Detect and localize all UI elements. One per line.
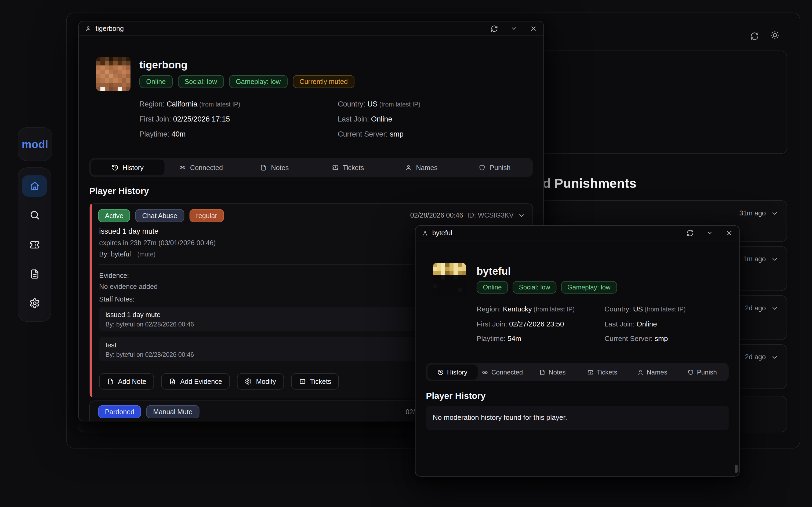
chevron-down-icon[interactable] — [771, 256, 778, 263]
time-ago-label: 1m ago — [743, 255, 766, 263]
refresh-icon[interactable] — [686, 229, 694, 236]
add-evidence-button[interactable]: Add Evidence — [161, 374, 230, 390]
chevron-down-icon[interactable] — [771, 304, 778, 312]
severity-chip: regular — [189, 209, 224, 222]
person-icon — [637, 369, 643, 375]
ticket-icon — [588, 369, 594, 375]
player-badges: Online Social: low Gameplay: low — [476, 281, 617, 294]
chevron-down-icon[interactable] — [510, 25, 517, 32]
info-last-join: Last Join: Online — [604, 320, 657, 328]
player-badges: Online Social: low Gameplay: low Current… — [139, 75, 354, 88]
section-title: Player History — [89, 186, 149, 196]
close-icon[interactable] — [725, 229, 733, 236]
person-icon — [85, 25, 91, 32]
person-icon — [405, 164, 412, 171]
info-current-server: Current Server: smp — [604, 335, 668, 343]
status-badge: Online — [139, 75, 173, 88]
social-badge: Social: low — [178, 75, 224, 88]
file-icon — [107, 378, 114, 385]
tab-connected[interactable]: Connected — [164, 160, 238, 175]
file-icon — [539, 369, 545, 375]
chevron-down-icon[interactable] — [706, 229, 713, 236]
modl-logo-text: modl — [22, 138, 48, 151]
status-badge: Online — [476, 281, 508, 294]
sidebar-item-settings[interactable] — [22, 292, 47, 314]
tab-tickets[interactable]: Tickets — [311, 160, 385, 175]
tab-history[interactable]: History — [427, 364, 477, 380]
punishment-badges: Pardoned Manual Mute — [98, 405, 199, 418]
tickets-button[interactable]: Tickets — [291, 374, 339, 390]
info-region: Region: Kentucky (from latest IP) — [476, 305, 575, 313]
player-tabs: History Connected Notes Tickets Names Pu… — [89, 158, 533, 177]
section-title: Player History — [426, 391, 486, 402]
tab-punish[interactable]: Punish — [677, 364, 727, 380]
tab-names[interactable]: Names — [627, 364, 677, 380]
info-playtime: Playtime: 54m — [476, 335, 521, 343]
app-root: modl Issued Punishments 31m ago 1m ago 2… — [0, 0, 812, 507]
shield-icon — [688, 369, 694, 375]
chevron-down-icon[interactable] — [518, 211, 525, 219]
ticket-icon — [299, 378, 306, 385]
search-icon — [29, 210, 40, 221]
empty-history-message: No moderation history found for this pla… — [426, 406, 729, 430]
info-current-server: Current Server: smp — [338, 130, 404, 138]
staff-notes-label: Staff Notes: — [99, 295, 135, 303]
info-first-join: First Join: 02/27/2026 23:50 — [476, 320, 564, 328]
tab-connected[interactable]: Connected — [477, 364, 527, 380]
refresh-icon[interactable] — [491, 25, 498, 32]
player-tabs: History Connected Notes Tickets Names Pu… — [426, 363, 729, 381]
avatar — [96, 57, 131, 91]
info-country: Country: US (from latest IP) — [338, 100, 420, 108]
active-chip: Active — [98, 209, 130, 222]
sidebar-item-search[interactable] — [22, 205, 47, 226]
chevron-down-icon[interactable] — [771, 353, 778, 360]
ticket-icon — [332, 164, 338, 171]
ticket-icon — [29, 239, 40, 250]
gameplay-badge: Gameplay: low — [229, 75, 288, 88]
tab-tickets[interactable]: Tickets — [577, 364, 627, 380]
link-icon — [179, 164, 186, 171]
time-ago-label: 2d ago — [745, 353, 766, 361]
punishment-date: 02/28/2026 00:46 — [410, 211, 463, 219]
sidebar-item-tickets[interactable] — [22, 234, 47, 256]
tab-names[interactable]: Names — [385, 160, 458, 175]
gear-icon — [29, 298, 40, 309]
info-country: Country: US (from latest IP) — [604, 305, 686, 313]
theme-sun-icon[interactable] — [770, 30, 780, 40]
add-note-button[interactable]: Add Note — [99, 374, 154, 390]
sidebar-item-home[interactable] — [22, 175, 47, 196]
refresh-icon[interactable] — [750, 32, 759, 41]
close-icon[interactable] — [530, 25, 537, 32]
tab-history[interactable]: History — [91, 160, 164, 175]
file-icon — [260, 164, 267, 171]
modl-logo: modl — [18, 127, 52, 161]
punishment-meta: 02/28/2026 00:46 ID: WCSIG3KV — [410, 211, 525, 219]
evidence-empty: No evidence added — [99, 283, 158, 290]
tigerbong-titlebar[interactable]: tigerbong — [79, 21, 544, 36]
link-icon — [482, 369, 488, 375]
pardoned-chip: Pardoned — [98, 405, 141, 418]
scrollbar-thumb[interactable] — [735, 465, 738, 473]
info-playtime: Playtime: 40m — [139, 130, 186, 138]
punishment-badges: Active Chat Abuse regular — [98, 209, 224, 222]
avatar — [433, 263, 466, 296]
byteful-window: byteful byteful Online Social: low Gamep… — [415, 225, 740, 477]
modify-button[interactable]: Modify — [237, 374, 284, 390]
byteful-titlebar[interactable]: byteful — [415, 226, 739, 240]
sidebar-nav — [18, 167, 51, 322]
punishment-id: ID: WCSIG3KV — [467, 211, 514, 219]
tab-punish[interactable]: Punish — [458, 160, 531, 175]
window-title: tigerbong — [96, 24, 124, 32]
chevron-down-icon[interactable] — [771, 210, 778, 217]
punishment-title: issued 1 day mute — [99, 227, 158, 235]
punishment-date: 02/ — [405, 408, 415, 415]
file-plus-icon — [169, 378, 176, 385]
info-first-join: First Join: 02/25/2026 17:15 — [139, 115, 230, 123]
social-badge: Social: low — [513, 281, 556, 294]
tab-notes[interactable]: Notes — [527, 364, 577, 380]
tab-notes[interactable]: Notes — [238, 160, 311, 175]
info-region: Region: California (from latest IP) — [139, 100, 240, 108]
home-icon — [29, 180, 40, 191]
sidebar-item-logs[interactable] — [22, 263, 47, 285]
punishment-actions: Add Note Add Evidence Modify Tickets — [99, 374, 339, 390]
